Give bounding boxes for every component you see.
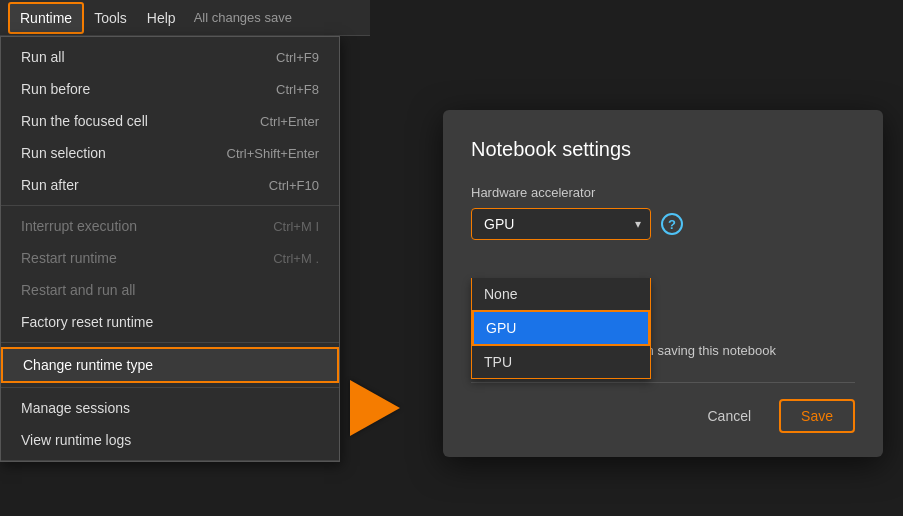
menu-section-2: Interrupt execution Ctrl+M I Restart run… [1,206,339,343]
menu-section-3: Change runtime type [1,343,339,388]
cancel-button[interactable]: Cancel [691,400,767,432]
arrow-shape [350,380,400,436]
dropdown-option-gpu[interactable]: GPU [472,310,650,346]
menu-item-run-all[interactable]: Run all Ctrl+F9 [1,41,339,73]
menubar-runtime[interactable]: Runtime [8,2,84,34]
save-button[interactable]: Save [779,399,855,433]
menu-item-restart: Restart runtime Ctrl+M . [1,242,339,274]
dropdown-option-tpu[interactable]: TPU [472,346,650,378]
menu-item-restart-run-all: Restart and run all [1,274,339,306]
hardware-select-container: None GPU TPU ▾ [471,208,651,240]
menu-item-factory-reset[interactable]: Factory reset runtime [1,306,339,338]
menu-item-run-before[interactable]: Run before Ctrl+F8 [1,73,339,105]
runtime-dropdown-menu: Run all Ctrl+F9 Run before Ctrl+F8 Run t… [0,36,340,462]
hardware-select-row: None GPU TPU ▾ ? [471,208,855,240]
options-dropdown: None GPU TPU [471,278,651,379]
hardware-accelerator-select[interactable]: None GPU TPU [471,208,651,240]
menu-item-run-focused[interactable]: Run the focused cell Ctrl+Enter [1,105,339,137]
notebook-settings-dialog: Notebook settings Hardware accelerator N… [443,110,883,457]
dropdown-option-none[interactable]: None [472,278,650,310]
dialog-title: Notebook settings [471,138,855,161]
menu-item-run-after[interactable]: Run after Ctrl+F10 [1,169,339,201]
menu-item-change-runtime[interactable]: Change runtime type [1,347,339,383]
dialog-footer: Cancel Save [471,382,855,433]
menubar-tools[interactable]: Tools [84,4,137,32]
menubar: Runtime Tools Help All changes save [0,0,370,36]
menu-item-view-logs[interactable]: View runtime logs [1,424,339,456]
arrow-indicator [350,380,400,436]
hardware-label: Hardware accelerator [471,185,855,200]
menu-item-run-selection[interactable]: Run selection Ctrl+Shift+Enter [1,137,339,169]
menubar-help[interactable]: Help [137,4,186,32]
menubar-saved-text: All changes save [194,10,292,25]
menu-section-1: Run all Ctrl+F9 Run before Ctrl+F8 Run t… [1,37,339,206]
menu-section-4: Manage sessions View runtime logs [1,388,339,461]
menu-item-interrupt: Interrupt execution Ctrl+M I [1,210,339,242]
help-icon[interactable]: ? [661,213,683,235]
menu-item-manage-sessions[interactable]: Manage sessions [1,392,339,424]
